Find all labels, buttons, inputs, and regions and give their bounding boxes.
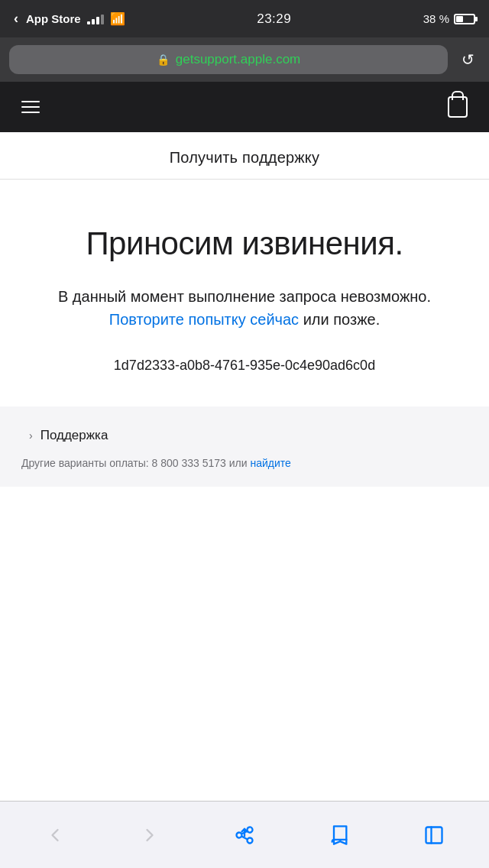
apology-body: В данный момент выполнение запроса невоз… <box>37 285 452 331</box>
footer-area: › Поддержка Другие варианты оплаты: 8 80… <box>0 406 489 487</box>
apology-heading: Приносим извинения. <box>37 225 452 262</box>
bookmarks-icon <box>329 824 350 846</box>
browser-bar: 🔒 getsupport.apple.com ↺ <box>0 37 489 82</box>
body-text-1: В данный момент выполнение запроса невоз… <box>58 288 431 305</box>
bookmarks-button[interactable] <box>319 815 359 855</box>
breadcrumb-label: Поддержка <box>40 428 108 443</box>
footer-note: Другие варианты оплаты: 8 800 333 5173 и… <box>21 455 468 471</box>
status-bar: ‹ App Store 📶 23:29 38 % <box>0 0 489 37</box>
svg-rect-0 <box>426 827 442 843</box>
body-text-2-content: или позже. <box>303 311 381 328</box>
hamburger-menu-button[interactable] <box>21 101 40 113</box>
back-arrow-icon: ‹ <box>14 11 18 27</box>
battery-icon <box>454 14 475 24</box>
url-bar[interactable]: 🔒 getsupport.apple.com <box>9 45 448 74</box>
main-content: Приносим извинения. В данный момент выпо… <box>0 180 489 406</box>
breadcrumb: › Поддержка <box>21 428 468 443</box>
status-bar-right: 38 % <box>423 12 475 25</box>
battery-label: 38 % <box>423 12 449 25</box>
footer-note-link[interactable]: найдите <box>250 457 290 469</box>
tabs-icon <box>423 824 445 846</box>
forward-button[interactable] <box>130 815 170 855</box>
status-time: 23:29 <box>257 11 291 27</box>
back-icon <box>44 824 66 846</box>
page-header: Получить поддержку <box>0 132 489 180</box>
back-button[interactable] <box>35 815 75 855</box>
app-store-label: App Store <box>26 12 81 25</box>
signal-icon <box>87 14 104 24</box>
breadcrumb-chevron-icon: › <box>29 429 33 442</box>
lock-icon: 🔒 <box>157 53 170 66</box>
bottom-toolbar <box>0 801 489 868</box>
apple-nav-bar <box>0 82 489 132</box>
page-title: Получить поддержку <box>23 149 466 167</box>
url-text[interactable]: getsupport.apple.com <box>176 52 301 67</box>
share-button[interactable] <box>225 815 264 855</box>
error-code: 1d7d2333-a0b8-4761-935e-0c4e90ad6c0d <box>37 355 452 376</box>
footer-note-text: Другие варианты оплаты: 8 800 333 5173 и… <box>21 457 248 469</box>
reload-button[interactable]: ↺ <box>455 47 480 72</box>
tabs-button[interactable] <box>414 815 454 855</box>
status-bar-left: ‹ App Store 📶 <box>14 11 125 27</box>
wifi-icon: 📶 <box>110 11 125 26</box>
retry-link[interactable]: Повторите попытку сейчас <box>109 311 299 328</box>
forward-icon <box>139 824 160 846</box>
share-icon <box>234 824 255 846</box>
shopping-bag-icon[interactable] <box>448 96 468 118</box>
